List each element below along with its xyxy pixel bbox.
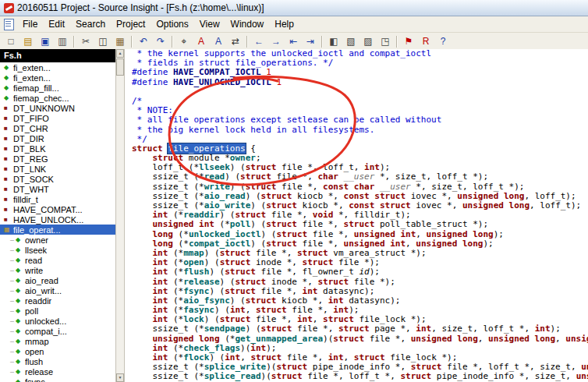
go-forward-button[interactable]: →	[267, 34, 285, 49]
func-icon: ◆	[4, 65, 13, 71]
search-word-button[interactable]: A	[193, 34, 210, 49]
app-icon	[4, 3, 14, 13]
menu-help[interactable]: Help	[269, 17, 299, 31]
print-button[interactable]: ▥	[54, 34, 71, 49]
symbol-item-poll[interactable]: –◆poll	[0, 306, 115, 316]
cut-button[interactable]: ✂	[77, 34, 94, 49]
symbol-item-flush[interactable]: –◆flush	[0, 356, 115, 366]
symbol-item-DT_DIR[interactable]: ■DT_DIR	[0, 133, 115, 143]
tree-dash: –	[10, 327, 16, 335]
symbol-item-filldir_t[interactable]: ■filldir_t	[0, 194, 115, 204]
symbol-item-fiemap_chec[interactable]: ◆fiemap_chec...	[0, 93, 115, 103]
symbol-item-HAVE_UNLOCK[interactable]: ■HAVE_UNLOCK...	[0, 214, 115, 225]
tree-dash: –	[10, 236, 16, 244]
symbol-item-DT_UNKNOWN[interactable]: ■DT_UNKNOWN	[0, 103, 115, 113]
menu-search[interactable]: Search	[70, 17, 111, 31]
symbol-scrollbar[interactable]: ▲ ▼	[115, 49, 125, 382]
bookmark-button[interactable]: ⚑	[400, 34, 417, 49]
symbol-item-DT_REG[interactable]: ■DT_REG	[0, 154, 115, 164]
source-insight-window: { "window": { "title": "20160511 Project…	[0, 0, 588, 382]
save-file-button[interactable]: ▣	[37, 34, 54, 49]
tree-dash: –	[10, 256, 16, 264]
symbol-panel-header: Fs.h	[0, 49, 115, 62]
open-file-icon: ▤	[23, 37, 32, 46]
menu-bar: FileEditSearchProjectOptionsViewWindowHe…	[0, 16, 588, 33]
document-icon[interactable]	[4, 19, 14, 30]
search-word-icon: A	[198, 37, 204, 46]
context-window-button[interactable]: ◳	[377, 34, 394, 49]
go-back-button[interactable]: ←	[250, 34, 267, 49]
symbol-item-fsync[interactable]: –◆fsync...	[0, 377, 115, 382]
replace-button[interactable]: ⇄	[227, 34, 244, 49]
redo-icon: ↷	[157, 37, 165, 46]
scrollbar-up-arrow[interactable]: ▲	[116, 49, 124, 58]
toolbar-separator	[246, 36, 248, 48]
symbol-label: readdir	[25, 296, 51, 306]
member-icon: ◆	[16, 379, 25, 382]
symbol-item-DT_SOCK[interactable]: ■DT_SOCK	[0, 174, 115, 184]
copy-button[interactable]: ◫	[94, 34, 112, 49]
define-icon: ■	[4, 217, 13, 223]
symbol-item-readdir[interactable]: –◆readdir	[0, 295, 115, 306]
func-icon: ◆	[4, 75, 13, 81]
project-window-button[interactable]: ▧	[342, 34, 360, 49]
search-button[interactable]: ⌖	[175, 34, 193, 49]
symbol-item-aio_writ[interactable]: –◆aio_writ...	[0, 285, 115, 295]
browse-symbols-button[interactable]: R	[417, 34, 434, 49]
symbol-item-fi_exten[interactable]: ◆fi_exten...	[0, 73, 115, 83]
symbol-item-aio_read[interactable]: –◆aio_read	[0, 275, 115, 285]
symbol-item-fi_exten[interactable]: ◆fi_exten...	[0, 62, 115, 73]
define-icon: ■	[4, 207, 13, 213]
symbol-item-DT_LNK[interactable]: ■DT_LNK	[0, 164, 115, 174]
editor[interactable]: * the kernel supports the unlocked_ioctl…	[125, 49, 588, 382]
symbol-item-file_operat[interactable]: ▦file_operat...	[0, 225, 115, 235]
jump-previous-button[interactable]: ⇤	[285, 34, 302, 49]
symbol-item-compat_i[interactable]: –◆compat_i...	[0, 326, 115, 336]
scrollbar-thumb[interactable]	[116, 58, 124, 76]
member-icon: ◆	[16, 359, 25, 365]
symbol-item-DT_FIFO[interactable]: ■DT_FIFO	[0, 113, 115, 123]
symbol-item-release[interactable]: –◆release	[0, 366, 115, 377]
symbol-item-llseek[interactable]: –◆llseek	[0, 245, 115, 255]
symbol-label: open	[25, 347, 44, 356]
menu-project[interactable]: Project	[111, 17, 151, 31]
menu-edit[interactable]: Edit	[43, 17, 70, 31]
paste-button[interactable]: ▦	[112, 34, 129, 49]
tree-dash: –	[10, 307, 16, 315]
member-icon: ◆	[16, 318, 25, 324]
member-icon: ◆	[16, 237, 25, 243]
tree-dash: –	[10, 267, 16, 274]
undo-button[interactable]: ↶	[135, 34, 152, 49]
symbol-item-open[interactable]: –◆open	[0, 346, 115, 356]
symbol-item-fiemap_fill[interactable]: ◆fiemap_fill...	[0, 83, 115, 93]
menu-view[interactable]: View	[194, 17, 225, 31]
symbol-item-unlocked[interactable]: –◆unlocked...	[0, 316, 115, 326]
jump-next-icon: ⇥	[306, 37, 314, 46]
search-files-icon: A	[215, 37, 221, 46]
search-files-button[interactable]: A	[210, 34, 227, 49]
scrollbar-down-arrow[interactable]: ▼	[116, 373, 124, 382]
symbol-window-button[interactable]: ◧	[325, 34, 342, 49]
menu-file[interactable]: File	[17, 17, 43, 31]
symbol-item-DT_CHR[interactable]: ■DT_CHR	[0, 123, 115, 133]
symbol-item-write[interactable]: –◆write	[0, 265, 115, 275]
relation-window-button[interactable]: ▨	[360, 34, 377, 49]
symbol-label: DT_REG	[13, 154, 48, 164]
menu-options[interactable]: Options	[151, 17, 193, 31]
jump-next-button[interactable]: ⇥	[302, 34, 319, 49]
menu-window[interactable]: Window	[225, 17, 270, 31]
symbol-item-HAVE_COMPAT[interactable]: ■HAVE_COMPAT...	[0, 204, 115, 214]
symbol-item-mmap[interactable]: –◆mmap	[0, 336, 115, 346]
open-file-button[interactable]: ▤	[19, 34, 37, 49]
symbol-label: mmap	[25, 337, 49, 346]
symbol-item-owner[interactable]: –◆owner	[0, 235, 115, 245]
symbol-item-read[interactable]: –◆read	[0, 255, 115, 265]
new-file-button[interactable]: □	[2, 34, 19, 49]
symbol-label: compat_i...	[25, 327, 67, 336]
symbol-item-DT_WHT[interactable]: ■DT_WHT	[0, 184, 115, 194]
help-button[interactable]: ?	[434, 34, 452, 49]
symbol-item-DT_BLK[interactable]: ■DT_BLK	[0, 143, 115, 154]
struct-icon: ▦	[4, 227, 13, 233]
symbol-label: file_operat...	[13, 225, 61, 235]
redo-button[interactable]: ↷	[152, 34, 169, 49]
